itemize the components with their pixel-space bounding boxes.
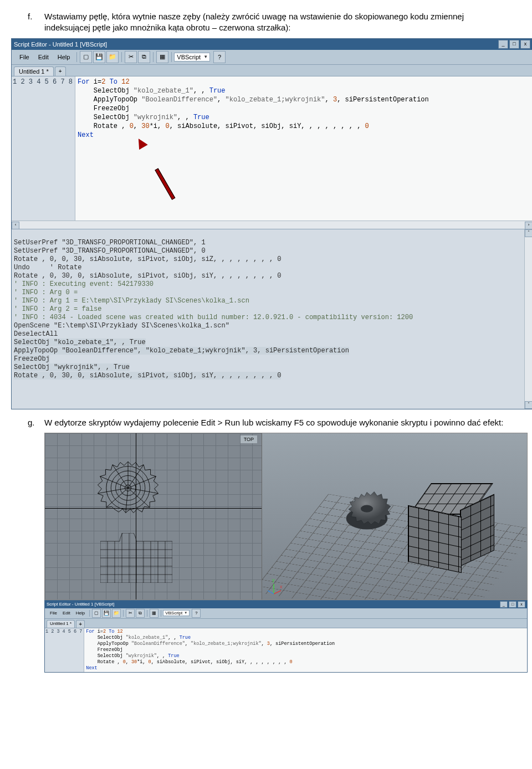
window-title-small: Script Editor - Untitled 1 [VBScript]: [47, 602, 499, 607]
line-gutter: 1 2 3 4 5 6 7 8: [12, 76, 75, 221]
tab-add-button[interactable]: +: [55, 66, 66, 76]
svg-line-7: [128, 488, 158, 494]
copy-icon[interactable]: ⧉: [138, 51, 150, 63]
close-button[interactable]: x: [520, 40, 530, 49]
log-line: DeselectAll: [14, 330, 58, 338]
svg-point-29: [361, 505, 373, 512]
svg-line-32: [268, 591, 274, 594]
log-line: ' INFO : Arg 2 = false: [14, 305, 101, 313]
minimize-button[interactable]: _: [498, 40, 508, 49]
toolbar-separator: [89, 610, 90, 617]
run-icon[interactable]: ▦: [150, 609, 158, 618]
cut-icon[interactable]: ✂: [126, 609, 135, 618]
paragraph-f: f. Wstawiamy pętlę, która wytnie nasze z…: [28, 11, 510, 34]
log-line: ' INFO : Arg 0 =: [14, 289, 78, 296]
gear-3d: [336, 483, 397, 544]
log-line: Undo ' Rotate: [14, 264, 81, 271]
viewport-perspective[interactable]: y x: [262, 433, 527, 599]
maximize-button[interactable]: □: [509, 601, 516, 608]
log-line: ' INFO : Arg 1 = E:\temp\SI\Przykłady SI…: [14, 297, 249, 305]
svg-line-13: [112, 465, 128, 488]
tab-add-button[interactable]: +: [76, 620, 85, 628]
toolbar-separator: [171, 52, 172, 62]
title-bar: Script Editor - Untitled 1 [VBScript] _ …: [12, 39, 532, 50]
cube-3d: [408, 500, 485, 566]
log-line: FreezeObj: [14, 355, 50, 363]
menu-bar: File Edit Help ▢ 💾 📁 ✂ ⧉ ▦ VBScript ?: [12, 50, 532, 65]
open-icon[interactable]: 📁: [112, 609, 121, 618]
tab-strip: Untitled 1 * +: [12, 65, 532, 76]
code-text-small[interactable]: For i=2 To 12 SelectObj "kolo_zebate_1",…: [84, 628, 527, 672]
vertical-scrollbar[interactable]: ˄ ˅: [524, 229, 532, 409]
close-button[interactable]: x: [518, 601, 525, 608]
svg-line-10: [106, 488, 128, 507]
log-line: SelectObj "kolo_zebate_1", , True: [14, 339, 146, 346]
viewport-top[interactable]: TOP: [45, 433, 262, 599]
scroll-right-icon[interactable]: ›: [525, 222, 532, 229]
block-wireframe-top: [100, 533, 172, 583]
help-icon[interactable]: ?: [192, 609, 201, 618]
save-icon[interactable]: 💾: [93, 51, 105, 63]
log-line: Rotate , 0, 30, 0, siAbsolute, siPivot, …: [14, 272, 281, 280]
tab-untitled[interactable]: Untitled 1 *: [47, 620, 75, 628]
code-area[interactable]: 1 2 3 4 5 6 7 8 For i=2 To 12 SelectObj …: [12, 76, 532, 221]
tab-untitled[interactable]: Untitled 1 *: [14, 66, 54, 76]
paragraph-g: g. W edytorze skryptów wydajemy poleceni…: [28, 417, 510, 428]
log-line: SetUserPref "3D_TRANSFO_PROPORTIONAL_CHA…: [14, 247, 206, 255]
menu-help[interactable]: Help: [53, 53, 75, 61]
viewport-label-top: TOP: [241, 435, 257, 443]
scroll-left-icon[interactable]: ‹: [12, 222, 19, 229]
log-line: SelectObj "wykrojnik", , True: [14, 363, 130, 371]
menu-edit[interactable]: Edit: [60, 610, 73, 616]
toolbar-separator: [161, 610, 161, 617]
open-icon[interactable]: 📁: [106, 51, 119, 63]
minimize-button[interactable]: _: [500, 601, 508, 608]
script-editor-window-small: Script Editor - Untitled 1 [VBScript] _ …: [44, 600, 528, 673]
log-line: SetUserPref "3D_TRANSFO_PROPORTIONAL_CHA…: [14, 239, 206, 247]
menu-edit[interactable]: Edit: [34, 53, 53, 61]
new-file-icon[interactable]: ▢: [92, 609, 101, 618]
code-area-small[interactable]: 1 2 3 4 5 6 7 For i=2 To 12 SelectObj "k…: [45, 628, 527, 672]
log-line: ApplyTopoOp "BooleanDifference", "kolo_z…: [14, 347, 349, 355]
help-icon[interactable]: ?: [213, 51, 226, 63]
horizontal-scrollbar[interactable]: ‹ ›: [12, 221, 532, 229]
log-line: ' INFO : 4034 - Loaded scene was created…: [14, 314, 413, 321]
log-area[interactable]: SetUserPref "3D_TRANSFO_PROPORTIONAL_CHA…: [12, 229, 532, 409]
cut-icon[interactable]: ✂: [125, 51, 137, 63]
save-icon[interactable]: 💾: [102, 609, 111, 618]
paragraph-f-text: Wstawiamy pętlę, która wytnie nasze zęby…: [44, 11, 510, 34]
svg-line-14: [128, 465, 144, 488]
run-icon[interactable]: ▦: [156, 51, 168, 63]
paragraph-g-text: W edytorze skryptów wydajemy polecenie E…: [44, 417, 510, 428]
log-line: Rotate , 0, 30, 0, siAbsolute, siPivot, …: [14, 372, 281, 380]
menu-file[interactable]: File: [15, 53, 34, 61]
list-marker-g: g.: [28, 417, 44, 428]
toolbar-separator: [121, 52, 122, 62]
viewport-panel: TOP: [44, 433, 528, 600]
language-select[interactable]: VBScript: [174, 53, 210, 61]
window-title: Script Editor - Untitled 1 [VBScript]: [14, 41, 497, 48]
menu-file[interactable]: File: [47, 610, 60, 616]
scroll-up-icon[interactable]: ˄: [525, 229, 532, 237]
language-select[interactable]: VBScript: [163, 610, 190, 616]
log-line: ' INFO : Executing event: 542179330: [14, 280, 154, 288]
svg-line-11: [98, 488, 128, 494]
title-bar-small: Script Editor - Untitled 1 [VBScript] _ …: [45, 601, 527, 608]
line-gutter-small: 1 2 3 4 5 6 7: [45, 628, 84, 672]
gear-wireframe-top: [89, 455, 167, 533]
toolbar-separator: [147, 610, 147, 617]
code-text[interactable]: For i=2 To 12 SelectObj "kolo_zebate_1",…: [75, 76, 532, 221]
script-editor-window: Script Editor - Untitled 1 [VBScript] _ …: [11, 38, 532, 409]
menu-help[interactable]: Help: [73, 610, 88, 616]
maximize-button[interactable]: □: [509, 40, 519, 49]
list-marker-f: f.: [28, 11, 44, 34]
scroll-down-icon[interactable]: ˅: [525, 401, 532, 409]
tab-strip-small: Untitled 1 * +: [45, 619, 527, 628]
toolbar-separator: [153, 52, 154, 62]
log-line: OpenScene "E:\temp\SI\Przykłady SI\Scene…: [14, 322, 229, 330]
axis-gizmo: y x: [265, 580, 282, 596]
menu-bar-small: File Edit Help ▢ 💾 📁 ✂ ⧉ ▦ VBScript ?: [45, 608, 527, 619]
new-file-icon[interactable]: ▢: [80, 51, 92, 63]
copy-icon[interactable]: ⧉: [136, 609, 145, 618]
log-line: Rotate , 0, 0, 30, siAbsolute, siPivot, …: [14, 255, 281, 263]
